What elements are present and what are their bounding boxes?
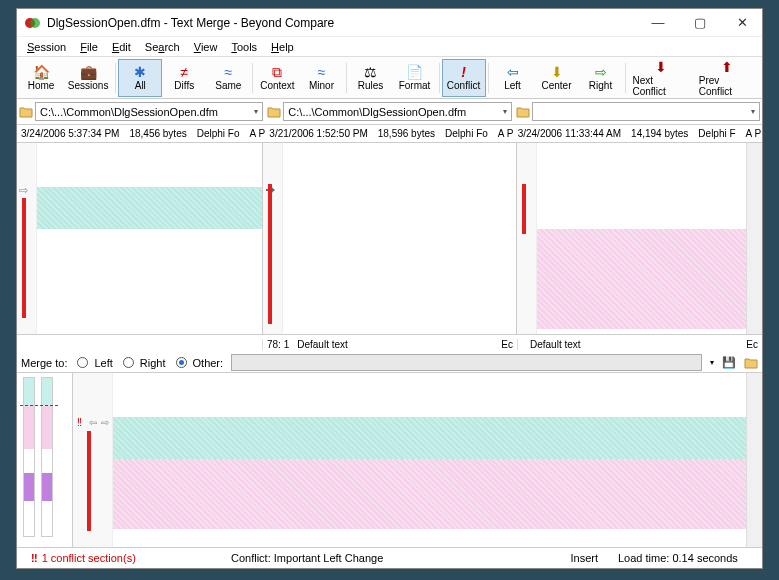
up-red-icon: ⬆ bbox=[721, 59, 733, 75]
menu-file[interactable]: File bbox=[74, 39, 104, 55]
menu-view[interactable]: View bbox=[188, 39, 224, 55]
context-icon: ⧉ bbox=[272, 64, 282, 80]
conflict-indicator-icon: ‼ bbox=[31, 552, 38, 564]
conflict-icon[interactable]: ‼ bbox=[77, 417, 82, 428]
pathbar: C:\...\Common\DlgSessionOpen.dfm▾ C:\...… bbox=[17, 99, 762, 125]
rules-icon: ⚖ bbox=[364, 64, 377, 80]
context-button[interactable]: ⧉Context bbox=[255, 59, 299, 97]
app-icon bbox=[25, 15, 41, 31]
save-icon[interactable]: 💾 bbox=[722, 356, 736, 369]
format-icon: 📄 bbox=[406, 64, 423, 80]
merge-to-bar: Merge to: Left Right Other: ▾ 💾 bbox=[17, 353, 762, 373]
right-path-field[interactable]: ▾ bbox=[532, 102, 760, 121]
merge-other-radio[interactable] bbox=[176, 357, 187, 368]
left-path-field[interactable]: C:\...\Common\DlgSessionOpen.dfm▾ bbox=[35, 102, 263, 121]
window-title: DlgSessionOpen.dfm - Text Merge - Beyond… bbox=[47, 16, 646, 30]
approx-icon: ≈ bbox=[224, 64, 232, 80]
folder-icon[interactable] bbox=[267, 105, 281, 119]
pane-status-row: 78: 1Default textEc Default textEc bbox=[17, 335, 762, 353]
menu-help[interactable]: Help bbox=[265, 39, 300, 55]
asterisk-icon: ✱ bbox=[134, 64, 146, 80]
left-button[interactable]: ⇦Left bbox=[491, 59, 535, 97]
diff-marker bbox=[87, 431, 91, 531]
folder-icon[interactable] bbox=[744, 356, 758, 370]
vertical-scrollbar[interactable] bbox=[746, 373, 762, 547]
merge-output-path[interactable] bbox=[231, 354, 702, 371]
diff-marker bbox=[22, 198, 26, 318]
middle-pane[interactable]: ⮕ bbox=[262, 143, 517, 334]
menu-tools[interactable]: Tools bbox=[225, 39, 263, 55]
take-left-icon[interactable]: ⇦ bbox=[89, 417, 97, 428]
dropdown-icon[interactable]: ▾ bbox=[710, 358, 714, 367]
arrow-down-icon: ⬇ bbox=[551, 64, 563, 80]
prev-conflict-button[interactable]: ⬆Prev Conflict bbox=[694, 59, 760, 97]
merge-left-radio[interactable] bbox=[77, 357, 88, 368]
format-button[interactable]: 📄Format bbox=[393, 59, 437, 97]
thumbnail-column[interactable] bbox=[17, 373, 73, 547]
minor-button[interactable]: ≈Minor bbox=[300, 59, 344, 97]
merge-right-radio[interactable] bbox=[123, 357, 134, 368]
home-button[interactable]: 🏠Home bbox=[19, 59, 63, 97]
menu-session[interactable]: Session bbox=[21, 39, 72, 55]
merge-editor-content[interactable] bbox=[113, 373, 746, 547]
minimize-button[interactable]: — bbox=[646, 15, 670, 30]
take-right-icon[interactable]: ⇨ bbox=[101, 417, 109, 428]
left-pane[interactable]: ⇨ bbox=[17, 143, 262, 334]
merge-to-label: Merge to: bbox=[21, 357, 67, 369]
briefcase-icon: 💼 bbox=[80, 64, 97, 80]
maximize-button[interactable]: ▢ bbox=[688, 15, 712, 30]
not-equal-icon: ≠ bbox=[180, 64, 188, 80]
next-conflict-button[interactable]: ⬇Next Conflict bbox=[628, 59, 694, 97]
center-button[interactable]: ⬇Center bbox=[535, 59, 579, 97]
merge-area: ‼ ⇦ ⇨ bbox=[17, 373, 762, 548]
diffs-button[interactable]: ≠Diffs bbox=[162, 59, 206, 97]
warning-icon: ! bbox=[461, 64, 466, 80]
svg-point-1 bbox=[30, 18, 40, 28]
position-indicator bbox=[20, 405, 58, 407]
close-button[interactable]: ✕ bbox=[730, 15, 754, 30]
menubar: Session File Edit Search View Tools Help bbox=[17, 37, 762, 57]
titlebar: DlgSessionOpen.dfm - Text Merge - Beyond… bbox=[17, 9, 762, 37]
arrow-left-icon: ⇦ bbox=[507, 64, 519, 80]
minor-icon: ≈ bbox=[318, 64, 326, 80]
diff-marker bbox=[268, 184, 272, 324]
folder-icon[interactable] bbox=[516, 105, 530, 119]
arrow-right-icon: ⇨ bbox=[595, 64, 607, 80]
right-button[interactable]: ⇨Right bbox=[579, 59, 623, 97]
mid-path-field[interactable]: C:\...\Common\DlgSessionOpen.dfm▾ bbox=[283, 102, 511, 121]
conflict-button[interactable]: !Conflict bbox=[442, 59, 486, 97]
home-icon: 🏠 bbox=[33, 64, 50, 80]
infobar: 3/24/2006 5:37:34 PM18,456 bytesDelphi F… bbox=[17, 125, 762, 143]
rules-button[interactable]: ⚖Rules bbox=[349, 59, 393, 97]
diff-marker bbox=[522, 184, 526, 234]
folder-icon[interactable] bbox=[19, 105, 33, 119]
menu-search[interactable]: Search bbox=[139, 39, 186, 55]
vertical-scrollbar[interactable] bbox=[746, 143, 762, 334]
sessions-button[interactable]: 💼Sessions bbox=[63, 59, 113, 97]
status-bar: ‼1 conflict section(s) Conflict: Importa… bbox=[17, 548, 762, 568]
toolbar: 🏠Home 💼Sessions ✱All ≠Diffs ≈Same ⧉Conte… bbox=[17, 57, 762, 99]
same-button[interactable]: ≈Same bbox=[206, 59, 250, 97]
diff-arrow-icon[interactable]: ⇨ bbox=[19, 184, 33, 197]
app-window: DlgSessionOpen.dfm - Text Merge - Beyond… bbox=[16, 8, 763, 569]
compare-panes: ⇨ ⮕ bbox=[17, 143, 762, 335]
down-red-icon: ⬇ bbox=[655, 59, 667, 75]
menu-edit[interactable]: Edit bbox=[106, 39, 137, 55]
merge-gutter: ‼ ⇦ ⇨ bbox=[73, 373, 113, 547]
all-button[interactable]: ✱All bbox=[118, 59, 162, 97]
right-pane[interactable] bbox=[517, 143, 762, 334]
